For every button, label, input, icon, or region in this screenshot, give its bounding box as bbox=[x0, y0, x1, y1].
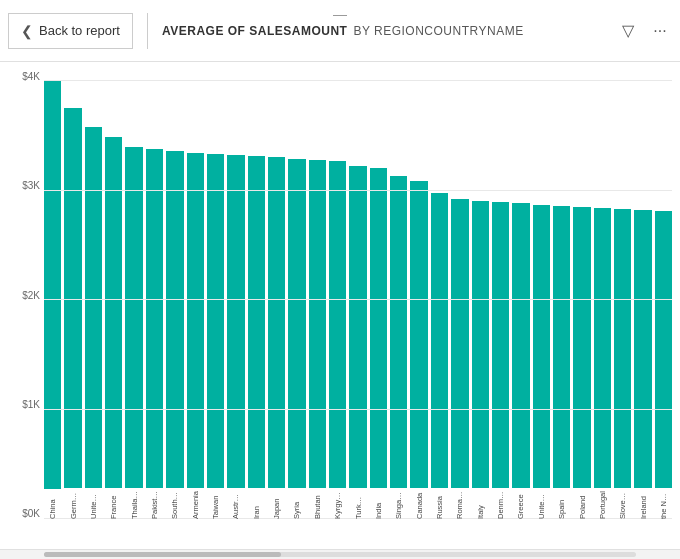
y-axis: $0K$1K$2K$3K$4K bbox=[0, 72, 44, 519]
main-container: — ❮ Back to report AVERAGE OF SALESAMOUN… bbox=[0, 0, 680, 559]
bar-country-label: India bbox=[374, 491, 383, 519]
bar-country-label: Thailand bbox=[130, 491, 139, 519]
bar-wrapper[interactable]: Italy bbox=[472, 80, 489, 519]
bar-wrapper[interactable]: Greece bbox=[512, 80, 529, 519]
bar-country-label: Canada bbox=[415, 491, 424, 519]
more-options-icon[interactable]: ··· bbox=[648, 19, 672, 43]
bar-wrapper[interactable]: Kyrgyzstan bbox=[329, 80, 346, 519]
bar-wrapper[interactable]: China bbox=[44, 80, 61, 519]
bar[interactable] bbox=[85, 127, 102, 488]
bar[interactable] bbox=[472, 201, 489, 488]
bar[interactable] bbox=[329, 161, 346, 488]
bar-wrapper[interactable]: Romania bbox=[451, 80, 468, 519]
bar[interactable] bbox=[431, 193, 448, 488]
bar-wrapper[interactable]: United Kingdom bbox=[533, 80, 550, 519]
bar-country-label: Japan bbox=[272, 491, 281, 519]
bar-wrapper[interactable]: Armenia bbox=[187, 80, 204, 519]
bar-country-label: United Kingdom bbox=[537, 491, 546, 519]
bar-wrapper[interactable]: Bhutan bbox=[309, 80, 326, 519]
bar[interactable] bbox=[227, 155, 244, 488]
bar-wrapper[interactable]: India bbox=[370, 80, 387, 519]
bar-country-label: Poland bbox=[578, 491, 587, 519]
bar-wrapper[interactable]: Portugal bbox=[594, 80, 611, 519]
topbar: — ❮ Back to report AVERAGE OF SALESAMOUN… bbox=[0, 0, 680, 62]
back-button-label: Back to report bbox=[39, 23, 120, 38]
chart-title-by: BY REGIONCOUNTRYNAME bbox=[353, 24, 523, 38]
bar[interactable] bbox=[146, 149, 163, 488]
bar[interactable] bbox=[64, 108, 81, 488]
bar[interactable] bbox=[125, 147, 142, 488]
scrollbar-area bbox=[0, 549, 680, 559]
bar-wrapper[interactable]: Japan bbox=[268, 80, 285, 519]
bar-country-label: Romania bbox=[455, 491, 464, 519]
filter-icon[interactable]: ▽ bbox=[616, 19, 640, 43]
bar[interactable] bbox=[634, 210, 651, 488]
bar-wrapper[interactable]: Pakistan bbox=[146, 80, 163, 519]
bar-wrapper[interactable]: Canada bbox=[410, 80, 427, 519]
bar-wrapper[interactable]: France bbox=[105, 80, 122, 519]
bar-wrapper[interactable]: Ireland bbox=[634, 80, 651, 519]
bar[interactable] bbox=[309, 160, 326, 488]
bar-wrapper[interactable]: the Netherlands bbox=[655, 80, 672, 519]
chevron-left-icon: ❮ bbox=[21, 23, 33, 39]
bar-country-label: Syria bbox=[292, 491, 301, 519]
bar[interactable] bbox=[207, 154, 224, 488]
bar[interactable] bbox=[370, 168, 387, 488]
bar-country-label: the Netherlands bbox=[659, 491, 668, 519]
bar[interactable] bbox=[451, 199, 468, 488]
y-axis-label: $1K bbox=[0, 400, 40, 410]
bar-country-label: United States bbox=[89, 491, 98, 519]
bar[interactable] bbox=[44, 80, 61, 489]
bar[interactable] bbox=[614, 209, 631, 488]
bar-country-label: Ireland bbox=[639, 491, 648, 519]
bar-country-label: Russia bbox=[435, 491, 444, 519]
bar[interactable] bbox=[492, 202, 509, 488]
bar[interactable] bbox=[533, 205, 550, 488]
bar-country-label: Turkmenistan bbox=[354, 491, 363, 519]
bar[interactable] bbox=[349, 166, 366, 488]
drag-handle-icon: — bbox=[333, 6, 347, 22]
bar[interactable] bbox=[594, 208, 611, 488]
bar-wrapper[interactable]: Thailand bbox=[125, 80, 142, 519]
bar-wrapper[interactable]: Slovenia bbox=[614, 80, 631, 519]
bar-wrapper[interactable]: Poland bbox=[573, 80, 590, 519]
bar[interactable] bbox=[288, 159, 305, 488]
bar-wrapper[interactable]: Taiwan bbox=[207, 80, 224, 519]
y-axis-label: $0K bbox=[0, 509, 40, 519]
back-to-report-button[interactable]: ❮ Back to report bbox=[8, 13, 133, 49]
scrollbar-track[interactable] bbox=[44, 552, 636, 557]
y-axis-label: $4K bbox=[0, 72, 40, 82]
bar-wrapper[interactable]: Turkmenistan bbox=[349, 80, 366, 519]
bar-wrapper[interactable]: Denmark bbox=[492, 80, 509, 519]
bar-country-label: Germany bbox=[69, 491, 78, 519]
bar[interactable] bbox=[573, 207, 590, 488]
bar-wrapper[interactable]: Germany bbox=[64, 80, 81, 519]
bar-wrapper[interactable]: Singapore bbox=[390, 80, 407, 519]
bar[interactable] bbox=[268, 157, 285, 488]
bar[interactable] bbox=[187, 153, 204, 488]
bar-wrapper[interactable]: Australia bbox=[227, 80, 244, 519]
bar[interactable] bbox=[248, 156, 265, 488]
bar-country-label: Taiwan bbox=[211, 491, 220, 519]
bar[interactable] bbox=[105, 137, 122, 488]
bar-country-label: South Korea bbox=[170, 491, 179, 519]
chart-area: $0K$1K$2K$3K$4K ChinaGermanyUnited State… bbox=[0, 62, 680, 559]
bar-country-label: Denmark bbox=[496, 491, 505, 519]
bar[interactable] bbox=[410, 181, 427, 488]
bar[interactable] bbox=[512, 203, 529, 488]
bar[interactable] bbox=[390, 176, 407, 488]
bar-country-label: Italy bbox=[476, 491, 485, 519]
bar-country-label: Armenia bbox=[191, 491, 200, 519]
bar-wrapper[interactable]: Russia bbox=[431, 80, 448, 519]
bar-wrapper[interactable]: United States bbox=[85, 80, 102, 519]
bar[interactable] bbox=[166, 151, 183, 488]
bar-wrapper[interactable]: South Korea bbox=[166, 80, 183, 519]
bar-country-label: Australia bbox=[231, 491, 240, 519]
bar-wrapper[interactable]: Spain bbox=[553, 80, 570, 519]
bar-country-label: France bbox=[109, 491, 118, 519]
bar[interactable] bbox=[655, 211, 672, 488]
bar-wrapper[interactable]: Syria bbox=[288, 80, 305, 519]
bar[interactable] bbox=[553, 206, 570, 488]
scrollbar-thumb[interactable] bbox=[44, 552, 281, 557]
bar-wrapper[interactable]: Iran bbox=[248, 80, 265, 519]
